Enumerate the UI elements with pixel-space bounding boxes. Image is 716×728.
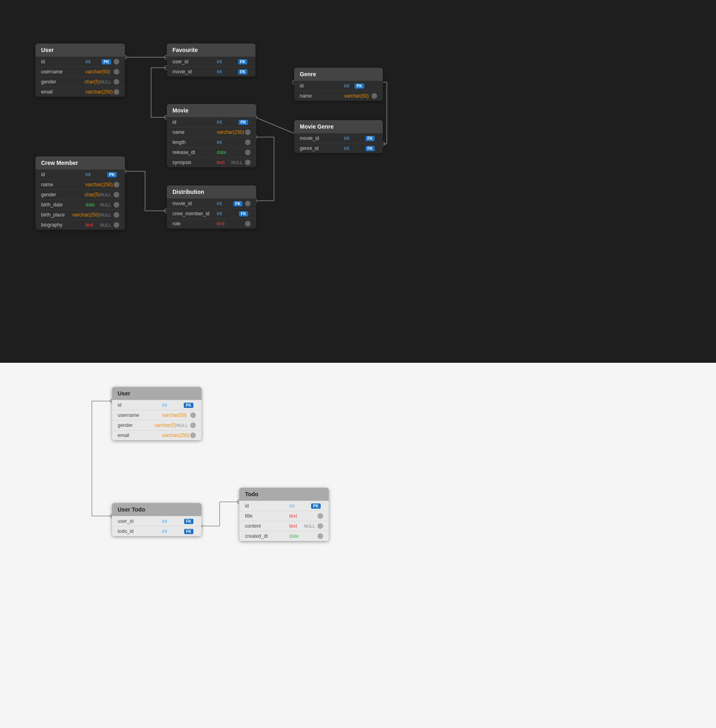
table-row: length int (167, 137, 256, 147)
table-row: birth_place varchar(250) NULL (35, 210, 125, 220)
table-row: id int PK (112, 400, 201, 410)
table-row: biography text NULL (35, 220, 125, 230)
table-row: movie_id int FK (167, 198, 256, 208)
table-row: content text NULL (239, 521, 329, 531)
table-row: user_id int FK (112, 516, 201, 526)
svg-line-5 (255, 117, 294, 133)
table-row: username varchar(50) (35, 67, 125, 77)
table-row: genre_id int FK (294, 143, 383, 153)
table-row: email varchar(250) (112, 430, 201, 440)
table-row: id int PK (35, 56, 125, 67)
dark-crew-member-table-header: Crew Member (35, 156, 125, 169)
light-user-table-header: User (112, 387, 201, 400)
dark-favourite-table-header: Favourite (167, 44, 255, 56)
light-connectors (0, 363, 716, 728)
dark-crew-member-table[interactable]: Crew Member id int PK name varchar(250) … (35, 156, 125, 230)
table-row: release_dt date (167, 147, 256, 157)
light-user-table[interactable]: User id int PK username varchar(50) gend… (112, 387, 201, 440)
light-todo-table[interactable]: Todo id int PK title text content text N… (239, 488, 329, 541)
dark-movie-genre-table-header: Movie Genre (294, 120, 383, 133)
table-row: name varchar(250) (167, 127, 256, 137)
light-user-todo-table-header: User Todo (112, 503, 201, 516)
dark-movie-genre-table[interactable]: Movie Genre movie_id int FK genre_id int… (294, 120, 383, 153)
table-row: gender char(5) NULL (35, 77, 125, 87)
table-row: gender char(5) NULL (35, 189, 125, 200)
dark-movie-table-header: Movie (167, 104, 256, 117)
dark-diagram-section: User id int PK username varchar(50) gend… (0, 0, 716, 363)
dark-distribution-table[interactable]: Distribution movie_id int FK crew_member… (167, 185, 256, 229)
light-diagram-section: User id int PK username varchar(50) gend… (0, 363, 716, 728)
table-row: id int PK (294, 81, 383, 91)
dark-user-table-header: User (35, 44, 125, 56)
table-row: email varchar(250) (35, 87, 125, 97)
table-row: title text (239, 511, 329, 521)
table-row: movie_id int FK (167, 67, 255, 77)
table-row: created_dt date (239, 531, 329, 541)
dark-movie-table[interactable]: Movie id int PK name varchar(250) length… (167, 104, 256, 167)
table-row: name varchar(250) (35, 179, 125, 189)
table-row: movie_id int FK (294, 133, 383, 143)
table-row: id int PK (239, 501, 329, 511)
dark-distribution-table-header: Distribution (167, 185, 256, 198)
table-row: role text (167, 218, 256, 229)
table-row: birth_date date NULL (35, 200, 125, 210)
dark-genre-table-header: Genre (294, 68, 383, 81)
table-row: gender varchar(5) NULL (112, 420, 201, 430)
table-row: username varchar(50) (112, 410, 201, 420)
table-row: crew_member_id int FK (167, 208, 256, 218)
table-row: id int PK (167, 117, 256, 127)
table-row: name varchar(50) (294, 91, 383, 101)
light-todo-table-header: Todo (239, 488, 329, 501)
dark-user-table[interactable]: User id int PK username varchar(50) gend… (35, 44, 125, 97)
table-row: user_id int FK (167, 56, 255, 67)
table-row: id int PK (35, 169, 125, 179)
dark-favourite-table[interactable]: Favourite user_id int FK movie_id int FK (167, 44, 255, 77)
light-user-todo-table[interactable]: User Todo user_id int FK todo_id int FK (112, 503, 201, 536)
dark-genre-table[interactable]: Genre id int PK name varchar(50) (294, 68, 383, 101)
table-row: todo_id int FK (112, 526, 201, 536)
table-row: synopsis text NULL (167, 157, 256, 167)
